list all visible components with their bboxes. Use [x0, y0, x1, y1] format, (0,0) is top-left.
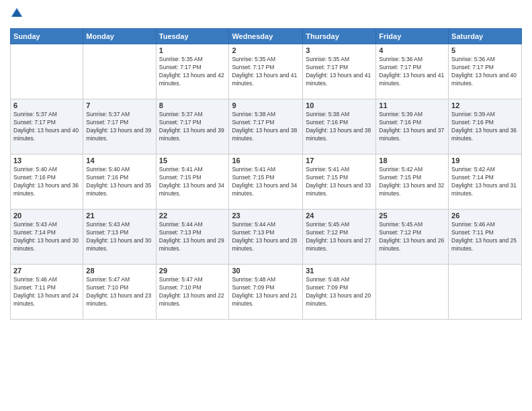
day-info: Sunrise: 5:39 AM Sunset: 7:16 PM Dayligh… [379, 111, 445, 143]
day-number: 29 [159, 267, 226, 275]
header-thursday: Thursday [303, 29, 376, 44]
day-number: 7 [86, 101, 152, 109]
day-info: Sunrise: 5:38 AM Sunset: 7:16 PM Dayligh… [306, 111, 373, 143]
day-number: 17 [306, 156, 373, 165]
day-info: Sunrise: 5:42 AM Sunset: 7:14 PM Dayligh… [451, 166, 519, 198]
day-info: Sunrise: 5:48 AM Sunset: 7:09 PM Dayligh… [306, 276, 373, 308]
day-number: 19 [451, 156, 519, 165]
day-info: Sunrise: 5:40 AM Sunset: 7:16 PM Dayligh… [13, 166, 80, 198]
day-cell: 13Sunrise: 5:40 AM Sunset: 7:16 PM Dayli… [11, 154, 83, 210]
day-info: Sunrise: 5:37 AM Sunset: 7:17 PM Dayligh… [159, 111, 226, 143]
week-row-4: 20Sunrise: 5:43 AM Sunset: 7:14 PM Dayli… [11, 210, 522, 265]
day-info: Sunrise: 5:45 AM Sunset: 7:12 PM Dayligh… [379, 221, 445, 253]
day-info: Sunrise: 5:47 AM Sunset: 7:10 PM Dayligh… [86, 276, 152, 308]
day-cell: 24Sunrise: 5:45 AM Sunset: 7:12 PM Dayli… [303, 210, 376, 265]
day-info: Sunrise: 5:35 AM Sunset: 7:17 PM Dayligh… [232, 56, 300, 88]
day-number: 28 [86, 267, 152, 275]
day-cell: 12Sunrise: 5:39 AM Sunset: 7:16 PM Dayli… [449, 99, 522, 154]
day-cell: 31Sunrise: 5:48 AM Sunset: 7:09 PM Dayli… [303, 265, 376, 320]
page: SundayMondayTuesdayWednesdayThursdayFrid… [0, 0, 532, 411]
day-info: Sunrise: 5:37 AM Sunset: 7:17 PM Dayligh… [86, 111, 152, 143]
day-cell: 22Sunrise: 5:44 AM Sunset: 7:13 PM Dayli… [156, 210, 229, 265]
day-number: 5 [451, 46, 519, 54]
week-row-2: 6Sunrise: 5:37 AM Sunset: 7:17 PM Daylig… [11, 99, 522, 154]
day-info: Sunrise: 5:39 AM Sunset: 7:16 PM Dayligh… [451, 111, 519, 143]
day-cell: 23Sunrise: 5:44 AM Sunset: 7:13 PM Dayli… [229, 210, 303, 265]
day-cell: 15Sunrise: 5:41 AM Sunset: 7:15 PM Dayli… [156, 154, 229, 210]
day-number: 2 [232, 46, 300, 54]
day-info: Sunrise: 5:44 AM Sunset: 7:13 PM Dayligh… [232, 221, 300, 253]
day-number: 6 [13, 101, 80, 109]
day-cell: 16Sunrise: 5:41 AM Sunset: 7:15 PM Dayli… [229, 154, 303, 210]
logo-icon [10, 7, 24, 20]
day-cell: 26Sunrise: 5:46 AM Sunset: 7:11 PM Dayli… [449, 210, 522, 265]
day-number: 21 [86, 212, 152, 220]
day-cell: 30Sunrise: 5:48 AM Sunset: 7:09 PM Dayli… [229, 265, 303, 320]
day-cell: 4Sunrise: 5:36 AM Sunset: 7:17 PM Daylig… [376, 44, 449, 99]
day-cell: 21Sunrise: 5:43 AM Sunset: 7:13 PM Dayli… [83, 210, 156, 265]
header-monday: Monday [83, 29, 156, 44]
calendar: SundayMondayTuesdayWednesdayThursdayFrid… [10, 28, 522, 320]
day-cell [376, 265, 449, 320]
day-info: Sunrise: 5:38 AM Sunset: 7:17 PM Dayligh… [232, 111, 300, 143]
day-info: Sunrise: 5:36 AM Sunset: 7:17 PM Dayligh… [451, 56, 519, 88]
day-info: Sunrise: 5:41 AM Sunset: 7:15 PM Dayligh… [159, 166, 226, 198]
day-number: 25 [379, 212, 445, 220]
day-info: Sunrise: 5:35 AM Sunset: 7:17 PM Dayligh… [306, 56, 373, 88]
day-cell: 29Sunrise: 5:47 AM Sunset: 7:10 PM Dayli… [156, 265, 229, 320]
day-number: 10 [306, 101, 373, 109]
day-cell: 28Sunrise: 5:47 AM Sunset: 7:10 PM Dayli… [83, 265, 156, 320]
day-info: Sunrise: 5:47 AM Sunset: 7:10 PM Dayligh… [159, 276, 226, 308]
day-info: Sunrise: 5:36 AM Sunset: 7:17 PM Dayligh… [379, 56, 445, 88]
day-number: 23 [232, 212, 300, 220]
week-row-3: 13Sunrise: 5:40 AM Sunset: 7:16 PM Dayli… [11, 154, 522, 210]
day-info: Sunrise: 5:41 AM Sunset: 7:15 PM Dayligh… [232, 166, 300, 198]
day-cell: 8Sunrise: 5:37 AM Sunset: 7:17 PM Daylig… [156, 99, 229, 154]
day-cell: 1Sunrise: 5:35 AM Sunset: 7:17 PM Daylig… [156, 44, 229, 99]
day-number: 24 [306, 212, 373, 220]
day-cell: 11Sunrise: 5:39 AM Sunset: 7:16 PM Dayli… [376, 99, 449, 154]
day-cell [83, 44, 156, 99]
day-number: 31 [306, 267, 373, 275]
day-number: 3 [306, 46, 373, 54]
day-number: 9 [232, 101, 300, 109]
day-info: Sunrise: 5:35 AM Sunset: 7:17 PM Dayligh… [159, 56, 226, 88]
header-tuesday: Tuesday [156, 29, 229, 44]
day-cell: 17Sunrise: 5:41 AM Sunset: 7:15 PM Dayli… [303, 154, 376, 210]
day-info: Sunrise: 5:48 AM Sunset: 7:09 PM Dayligh… [232, 276, 300, 308]
day-info: Sunrise: 5:46 AM Sunset: 7:11 PM Dayligh… [13, 276, 80, 308]
day-number: 16 [232, 156, 300, 165]
day-cell: 7Sunrise: 5:37 AM Sunset: 7:17 PM Daylig… [83, 99, 156, 154]
day-info: Sunrise: 5:43 AM Sunset: 7:14 PM Dayligh… [13, 221, 80, 253]
header-wednesday: Wednesday [229, 29, 303, 44]
day-cell: 27Sunrise: 5:46 AM Sunset: 7:11 PM Dayli… [11, 265, 83, 320]
day-info: Sunrise: 5:41 AM Sunset: 7:15 PM Dayligh… [306, 166, 373, 198]
calendar-header-row: SundayMondayTuesdayWednesdayThursdayFrid… [11, 29, 522, 44]
day-cell: 20Sunrise: 5:43 AM Sunset: 7:14 PM Dayli… [11, 210, 83, 265]
day-info: Sunrise: 5:43 AM Sunset: 7:13 PM Dayligh… [86, 221, 152, 253]
day-cell: 6Sunrise: 5:37 AM Sunset: 7:17 PM Daylig… [11, 99, 83, 154]
day-cell: 3Sunrise: 5:35 AM Sunset: 7:17 PM Daylig… [303, 44, 376, 99]
day-info: Sunrise: 5:40 AM Sunset: 7:16 PM Dayligh… [86, 166, 152, 198]
day-number: 27 [13, 267, 80, 275]
day-number: 12 [451, 101, 519, 109]
week-row-5: 27Sunrise: 5:46 AM Sunset: 7:11 PM Dayli… [11, 265, 522, 320]
day-number: 26 [451, 212, 519, 220]
day-cell [11, 44, 83, 99]
header [10, 7, 522, 23]
day-cell [449, 265, 522, 320]
day-info: Sunrise: 5:37 AM Sunset: 7:17 PM Dayligh… [13, 111, 80, 143]
day-number: 8 [159, 101, 226, 109]
week-row-1: 1Sunrise: 5:35 AM Sunset: 7:17 PM Daylig… [11, 44, 522, 99]
day-number: 22 [159, 212, 226, 220]
day-cell: 18Sunrise: 5:42 AM Sunset: 7:15 PM Dayli… [376, 154, 449, 210]
day-number: 11 [379, 101, 445, 109]
day-cell: 2Sunrise: 5:35 AM Sunset: 7:17 PM Daylig… [229, 44, 303, 99]
header-sunday: Sunday [11, 29, 83, 44]
day-cell: 5Sunrise: 5:36 AM Sunset: 7:17 PM Daylig… [449, 44, 522, 99]
day-cell: 14Sunrise: 5:40 AM Sunset: 7:16 PM Dayli… [83, 154, 156, 210]
day-cell: 19Sunrise: 5:42 AM Sunset: 7:14 PM Dayli… [449, 154, 522, 210]
day-cell: 10Sunrise: 5:38 AM Sunset: 7:16 PM Dayli… [303, 99, 376, 154]
day-cell: 9Sunrise: 5:38 AM Sunset: 7:17 PM Daylig… [229, 99, 303, 154]
day-cell: 25Sunrise: 5:45 AM Sunset: 7:12 PM Dayli… [376, 210, 449, 265]
